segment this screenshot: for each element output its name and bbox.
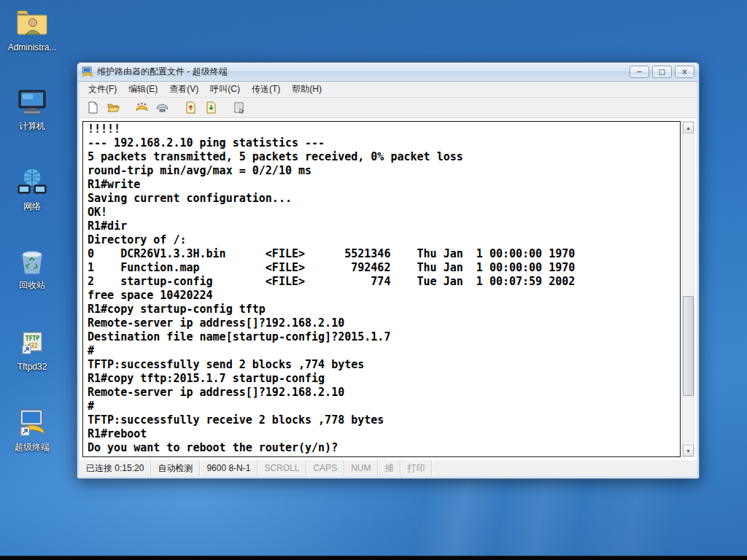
terminal-line: Destination file name[startup-config]?20… bbox=[88, 330, 680, 344]
menu-view[interactable]: 查看(V) bbox=[163, 81, 204, 98]
status-autodetect: 自动检测 bbox=[151, 460, 200, 476]
properties-icon[interactable] bbox=[231, 100, 248, 116]
terminal-area: !!!!! --- 192.168.2.10 ping statistics -… bbox=[80, 118, 697, 460]
desktop-icon-label: Administra... bbox=[4, 42, 60, 52]
hyperterminal-window: 维护路由器的配置文件 - 超级终端 ─ □ × 文件(F) 编辑(E) 查看(V… bbox=[77, 62, 700, 479]
window-title: 维护路由器的配置文件 - 超级终端 bbox=[97, 66, 630, 78]
call-icon[interactable] bbox=[133, 100, 150, 116]
hangup-icon[interactable] bbox=[153, 100, 171, 116]
window-controls: ─ □ × bbox=[630, 66, 694, 78]
terminal-line: R1#write bbox=[88, 178, 680, 192]
desktop-icon-computer[interactable]: 计算机 bbox=[4, 85, 60, 131]
vertical-scrollbar[interactable]: ▲ ▼ bbox=[682, 121, 694, 457]
computer-icon bbox=[15, 85, 50, 120]
status-bar: 已连接 0:15:20 自动检测 9600 8-N-1 SCROLL CAPS … bbox=[80, 460, 697, 476]
terminal-line: R1#dir bbox=[88, 219, 680, 233]
close-button[interactable]: × bbox=[675, 66, 694, 78]
desktop-icon-label: 超级终端 bbox=[4, 442, 60, 452]
status-baud: 9600 8-N-1 bbox=[200, 460, 258, 476]
status-scroll: SCROLL bbox=[258, 460, 306, 476]
minimize-button[interactable]: ─ bbox=[630, 66, 649, 78]
hyperterminal-icon bbox=[82, 66, 93, 78]
menu-file[interactable]: 文件(F) bbox=[82, 81, 123, 98]
scroll-up-button[interactable]: ▲ bbox=[683, 122, 694, 133]
terminal-line: Remote-server ip address[]?192.168.2.10 bbox=[88, 316, 680, 330]
desktop-icon-label: 计算机 bbox=[4, 121, 60, 131]
terminal-line: 5 packets transmitted, 5 packets receive… bbox=[88, 150, 680, 164]
terminal-line: # bbox=[88, 344, 680, 358]
terminal-line: Do you want to reboot the router(y/n)? bbox=[88, 441, 680, 455]
hyperterminal-shortcut-icon bbox=[15, 405, 50, 440]
menu-edit[interactable]: 编辑(E) bbox=[123, 81, 163, 98]
terminal-line: R1#reboot bbox=[88, 427, 680, 441]
new-connection-icon[interactable] bbox=[84, 100, 101, 116]
terminal-line: TFTP:successfully send 2 blocks ,774 byt… bbox=[88, 358, 680, 372]
menu-bar: 文件(F) 编辑(E) 查看(V) 呼叫(C) 传送(T) 帮助(H) bbox=[80, 82, 697, 98]
status-capture: 捕 bbox=[378, 460, 400, 476]
user-folder-icon bbox=[15, 6, 50, 41]
status-num: NUM bbox=[344, 460, 378, 476]
tftpd32-icon: TFTP d32 bbox=[15, 325, 50, 360]
terminal-line: Saving current configuration... bbox=[88, 192, 680, 206]
terminal-line: OK! bbox=[88, 206, 680, 219]
recycle-bin-icon bbox=[15, 244, 50, 279]
terminal-line: round-trip min/avg/max = 0/2/10 ms bbox=[88, 164, 680, 178]
desktop-icon-network[interactable]: 网络 bbox=[4, 165, 60, 211]
status-caps: CAPS bbox=[306, 460, 344, 476]
terminal-line: # bbox=[88, 400, 680, 413]
network-globe-icon bbox=[15, 165, 50, 200]
maximize-button[interactable]: □ bbox=[652, 66, 672, 78]
receive-file-icon[interactable] bbox=[202, 100, 220, 116]
desktop-icon-hyperterminal[interactable]: 超级终端 bbox=[4, 405, 60, 452]
terminal-line: 0 DCR26V1.3.3H.bin <FILE> 5521346 Thu Ja… bbox=[88, 247, 680, 261]
desktop-icon-tftpd32[interactable]: TFTP d32 Tftpd32 bbox=[4, 325, 60, 372]
svg-text:TFTP: TFTP bbox=[26, 335, 39, 342]
terminal-line: Directory of /: bbox=[88, 233, 680, 247]
window-titlebar[interactable]: 维护路由器的配置文件 - 超级终端 ─ □ × bbox=[77, 63, 699, 82]
toolbar bbox=[80, 98, 697, 118]
terminal-line: 1 Function.map <FILE> 792462 Thu Jan 1 0… bbox=[88, 261, 680, 275]
desktop-icon-label: 回收站 bbox=[4, 280, 60, 290]
menu-transfer[interactable]: 传送(T) bbox=[246, 81, 286, 98]
desktop-icon-administrator[interactable]: Administra... bbox=[4, 6, 60, 52]
terminal-line: !!!!! bbox=[88, 122, 680, 136]
status-print: 打印 bbox=[400, 460, 432, 476]
terminal-line: Remote-server ip address[]?192.168.2.10 bbox=[88, 386, 680, 400]
desktop-icon-label: 网络 bbox=[4, 201, 60, 211]
desktop-icon-label: Tftpd32 bbox=[4, 362, 60, 372]
terminal-screen[interactable]: !!!!! --- 192.168.2.10 ping statistics -… bbox=[82, 121, 681, 457]
scroll-down-button[interactable]: ▼ bbox=[683, 445, 694, 456]
terminal-line: 2 startup-config <FILE> 774 Tue Jan 1 00… bbox=[88, 275, 680, 289]
desktop-icon-recycle-bin[interactable]: 回收站 bbox=[4, 244, 60, 290]
status-connected: 已连接 0:15:20 bbox=[80, 460, 151, 476]
menu-call[interactable]: 呼叫(C) bbox=[204, 81, 246, 98]
terminal-line: free space 10420224 bbox=[88, 289, 680, 303]
menu-help[interactable]: 帮助(H) bbox=[286, 81, 328, 98]
terminal-line: R1#copy startup-config tftp bbox=[88, 303, 680, 316]
scrollbar-thumb[interactable] bbox=[683, 296, 694, 397]
terminal-line: --- 192.168.2.10 ping statistics --- bbox=[88, 136, 680, 150]
taskbar[interactable] bbox=[0, 556, 747, 560]
open-icon[interactable] bbox=[104, 100, 122, 116]
terminal-line: R1#copy tftp:2015.1.7 startup-config bbox=[88, 372, 680, 386]
send-file-icon[interactable] bbox=[182, 100, 199, 116]
terminal-line: TFTP:successfully receive 2 blocks ,778 … bbox=[88, 413, 680, 427]
